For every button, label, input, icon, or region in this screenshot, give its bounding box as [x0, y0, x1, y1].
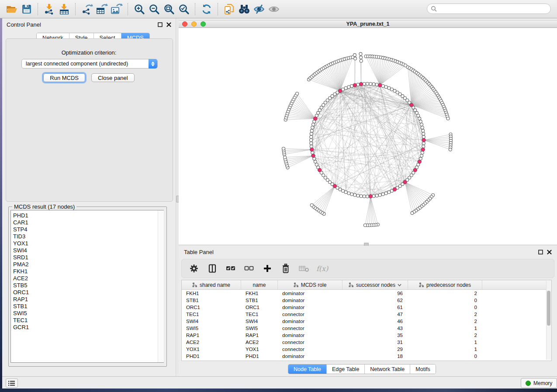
tab-edge-table[interactable]: Edge Table: [327, 364, 365, 374]
cell-predecessor-nodes: 1: [408, 347, 482, 352]
cell-shared-name: YOX1: [182, 347, 241, 352]
float-table-panel-icon[interactable]: [538, 250, 543, 254]
add-row-icon[interactable]: [260, 262, 274, 275]
column-header-successor-nodes[interactable]: successor nodes: [343, 280, 408, 289]
mcds-result-item[interactable]: STB1: [13, 303, 163, 310]
export-image-icon[interactable]: [109, 3, 124, 16]
column-header-name[interactable]: name: [241, 280, 278, 289]
mcds-result-item[interactable]: SWI4: [13, 247, 163, 254]
mcds-result-item[interactable]: YOX1: [13, 240, 163, 247]
mcds-result-item[interactable]: FKH1: [13, 268, 163, 275]
mcds-result-item[interactable]: STP4: [13, 226, 163, 233]
cell-successor-nodes: 61: [343, 305, 408, 310]
table-row[interactable]: ORC1ORC1dominator610: [182, 304, 551, 311]
table-row[interactable]: FKH1FKH1dominator962: [182, 290, 551, 297]
mcds-result-item[interactable]: TEC1: [13, 317, 163, 324]
table-row[interactable]: RAP1RAP1dominator352: [182, 332, 551, 339]
cell-predecessor-nodes: 2: [408, 291, 482, 296]
mcds-list-scrollbar[interactable]: [158, 210, 164, 362]
cell-mcds-role: dominator: [278, 354, 343, 359]
close-panel-button[interactable]: Close panel: [91, 73, 135, 82]
table-scrollbar-thumb[interactable]: [547, 291, 550, 326]
network-window-title: YPA_prune.txt_1: [179, 21, 557, 27]
zoom-selected-icon[interactable]: [176, 3, 191, 16]
cell-predecessor-nodes: 0: [408, 305, 482, 310]
cell-shared-name: ORC1: [182, 305, 241, 310]
close-table-panel-icon[interactable]: [547, 250, 552, 254]
network-canvas[interactable]: [179, 28, 557, 244]
save-icon[interactable]: [19, 3, 34, 16]
cell-successor-nodes: 62: [343, 298, 408, 303]
network-window-titlebar[interactable]: YPA_prune.txt_1: [179, 20, 557, 28]
import-table-icon[interactable]: [57, 3, 72, 16]
memory-label: Memory: [533, 380, 552, 386]
clone-network-icon[interactable]: [222, 3, 237, 16]
memory-status-icon: [526, 381, 531, 386]
table-panel-tabs: Node Table Edge Table Network Table Moti…: [288, 364, 436, 374]
mcds-result-item[interactable]: PHD1: [13, 212, 163, 219]
column-chooser-icon[interactable]: [205, 262, 219, 275]
cell-predecessor-nodes: 2: [408, 333, 482, 338]
main-toolbar: [0, 0, 557, 18]
run-mcds-button[interactable]: Run MCDS: [43, 73, 85, 82]
status-bar: [2, 376, 557, 389]
select-all-icon[interactable]: [224, 262, 238, 275]
mcds-result-item[interactable]: RAP1: [13, 296, 163, 303]
table-settings-icon[interactable]: [187, 262, 201, 275]
table-row[interactable]: TEC1TEC1connector472: [182, 311, 551, 318]
column-header-mcds-role[interactable]: MCDS role: [278, 280, 343, 289]
network-graph: [179, 28, 557, 244]
cell-successor-nodes: 35: [343, 333, 408, 338]
mcds-result-item[interactable]: SRD1: [13, 254, 163, 261]
toolbar-separator: [128, 3, 128, 15]
memory-button[interactable]: Memory: [521, 378, 557, 388]
refresh-icon[interactable]: [199, 3, 214, 16]
table-row[interactable]: STB1STB1dominator620: [182, 297, 551, 304]
tab-motifs[interactable]: Motifs: [410, 364, 435, 374]
deselect-all-icon[interactable]: [242, 262, 256, 275]
toolbar-separator: [218, 3, 218, 15]
import-network-icon[interactable]: [42, 3, 57, 16]
attribute-icon: [192, 282, 197, 287]
table-row[interactable]: SWI4SWI4dominator462: [182, 318, 551, 325]
hide-selected-icon[interactable]: [252, 3, 266, 16]
cell-name: RAP1: [241, 333, 278, 338]
table-row[interactable]: SWI5SWI5connector431: [182, 325, 551, 332]
delete-row-icon[interactable]: [279, 262, 293, 275]
mcds-result-item[interactable]: ORC1: [13, 289, 163, 296]
column-header-predecessor-nodes[interactable]: predecessor nodes: [408, 280, 482, 289]
tab-node-table[interactable]: Node Table: [288, 364, 327, 374]
table-row[interactable]: ACE2ACE2connector311: [182, 339, 551, 346]
mcds-result-list[interactable]: PHD1CAR1STP4TID3YOX1SWI4SRD1PMA2FKH1ACE2…: [10, 210, 164, 363]
table-row[interactable]: YOX1YOX1connector291: [182, 346, 551, 353]
tab-network-table[interactable]: Network Table: [365, 364, 410, 374]
cell-predecessor-nodes: 0: [408, 298, 482, 303]
function-builder-icon: f(x): [315, 262, 329, 275]
mcds-result-item[interactable]: ACE2: [13, 275, 163, 282]
open-folder-icon[interactable]: [4, 3, 19, 16]
mcds-result-item[interactable]: GCR1: [13, 324, 163, 331]
close-panel-icon[interactable]: [166, 22, 171, 27]
table-panel-title: Table Panel: [184, 249, 214, 255]
float-panel-icon[interactable]: [158, 22, 163, 27]
column-header-shared-name[interactable]: shared name: [182, 280, 241, 289]
export-network-icon[interactable]: [80, 3, 94, 16]
task-history-button[interactable]: [6, 378, 18, 388]
mcds-result-item[interactable]: SWI5: [13, 310, 163, 317]
zoom-out-icon[interactable]: [147, 3, 162, 16]
search-input[interactable]: [437, 5, 547, 12]
mcds-result-item[interactable]: STB5: [13, 282, 163, 289]
mcds-result-item[interactable]: TID3: [13, 233, 163, 240]
node-table[interactable]: shared name name MCDS role successor nod…: [181, 280, 552, 361]
search-field[interactable]: [427, 3, 551, 14]
find-icon[interactable]: [237, 3, 252, 16]
mcds-result-item[interactable]: CAR1: [13, 219, 163, 226]
zoom-in-icon[interactable]: [132, 3, 147, 16]
zoom-fit-icon[interactable]: [162, 3, 176, 16]
mcds-result-item[interactable]: PMA2: [13, 261, 163, 268]
optimization-criterion-select[interactable]: largest connected component (undirected): [21, 59, 158, 69]
export-table-icon[interactable]: [94, 3, 109, 16]
control-panel-header: Control Panel: [2, 18, 176, 31]
table-row[interactable]: PHD1PHD1dominator180: [182, 353, 551, 360]
cell-shared-name: PHD1: [182, 354, 241, 359]
